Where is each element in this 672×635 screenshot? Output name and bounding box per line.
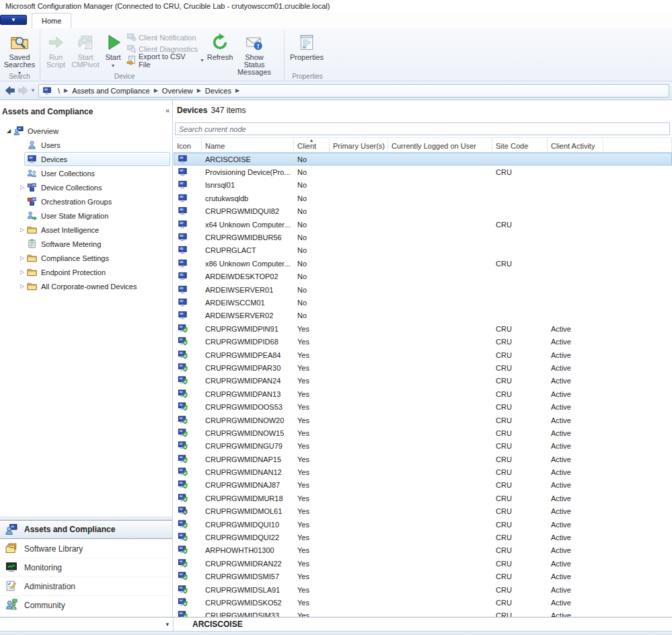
- table-row[interactable]: Provisioning Device(Pro...NoCRU: [174, 165, 672, 178]
- tree-expander-icon[interactable]: ◢: [4, 128, 13, 134]
- tree-expander-icon[interactable]: ▷: [17, 227, 27, 233]
- table-row[interactable]: CRUPRGWMIDSIM33YesCRUActive: [174, 609, 672, 617]
- sidebar-item-user-state-migration[interactable]: User State Migration: [0, 209, 172, 223]
- column-header-icon[interactable]: Icon: [174, 138, 202, 152]
- column-header-client-activity[interactable]: Client Activity: [548, 138, 603, 152]
- workspace-assets-and-compliance[interactable]: Assets and Compliance: [0, 520, 172, 539]
- table-row[interactable]: ARCISCOISENo: [174, 153, 672, 165]
- column-header-currently-logged-on-user[interactable]: Currently Logged on User: [388, 138, 492, 152]
- run-script-button[interactable]: Run Script: [42, 30, 69, 71]
- table-row[interactable]: CRUPRGWMIDPID68YesCRUActive: [174, 335, 672, 348]
- workspace-administration[interactable]: Administration: [0, 576, 172, 595]
- start-cmpivot-button[interactable]: Start CMPivot: [69, 30, 102, 71]
- table-row[interactable]: CRUPRGWMIDPAR30YesCRUActive: [174, 361, 672, 374]
- breadcrumb-item-assets-and-compliance[interactable]: Assets and Compliance: [69, 87, 153, 95]
- table-row[interactable]: CRUPRGWMIDMUR18YesCRUActive: [174, 492, 672, 505]
- show-status-messages-button[interactable]: Show Status Messages: [233, 30, 275, 78]
- table-row[interactable]: CRUPRGWMIDNOW15YesCRUActive: [174, 426, 672, 439]
- cell-primary-user: [330, 414, 388, 426]
- sidebar-item-overview[interactable]: ◢Overview: [0, 124, 172, 138]
- cell-client-activity: Active: [548, 609, 603, 617]
- search-input[interactable]: [175, 122, 670, 135]
- table-row[interactable]: ARPHOWHTH01300YesCRUActive: [174, 544, 672, 557]
- table-row[interactable]: CRUPRGWMIDPAN13YesCRUActive: [174, 387, 672, 400]
- table-row[interactable]: CRUPRGWMIDNOW20YesCRUActive: [174, 414, 672, 426]
- table-row[interactable]: CRUPRGWMIDNGU79YesCRUActive: [174, 440, 672, 453]
- table-row[interactable]: ARDEIWSERVER01No: [174, 283, 672, 296]
- show-status-messages-label: Show Status Messages: [235, 54, 274, 76]
- table-row[interactable]: CRUPRGWMIDNAJ87YesCRUActive: [174, 479, 672, 492]
- properties-button[interactable]: Properties: [288, 30, 326, 63]
- table-row[interactable]: CRUPRGWMIDNAP15YesCRUActive: [174, 453, 672, 465]
- back-button[interactable]: [3, 84, 16, 98]
- cell-name: ARCISCOISE: [202, 153, 294, 165]
- table-row[interactable]: CRUPRGWMIDSLA91YesCRUActive: [174, 583, 672, 596]
- breadcrumb-root[interactable]: \: [55, 87, 63, 95]
- sidebar-item-compliance-settings[interactable]: ▷Compliance Settings: [0, 251, 172, 265]
- cell-site-code: CRU: [492, 165, 548, 178]
- sidebar-item-devices[interactable]: Devices: [0, 152, 172, 166]
- cell-primary-user: [330, 309, 388, 322]
- sidebar-item-all-corporate-owned-devices[interactable]: ▷All Corporate-owned Devices: [0, 279, 172, 293]
- workspace-monitoring[interactable]: Monitoring: [0, 558, 172, 576]
- table-row[interactable]: crutukwsqldbNo: [174, 192, 672, 204]
- forward-button[interactable]: [16, 84, 30, 98]
- column-header-site-code[interactable]: Site Code: [492, 138, 548, 152]
- table-row[interactable]: x64 Unknown Computer...NoCRU: [174, 218, 672, 231]
- workspace-software-library[interactable]: Software Library: [0, 539, 172, 558]
- cell-name: ARDEIWSERVER02: [202, 309, 294, 322]
- workspace-community[interactable]: Community: [0, 595, 172, 614]
- tree-expander-icon[interactable]: ▷: [17, 255, 27, 261]
- table-row[interactable]: ARDEIWSCCM01No: [174, 296, 672, 309]
- cell-primary-user: [330, 426, 388, 439]
- table-row[interactable]: ARDEIWSERVER02No: [174, 309, 672, 322]
- table-row[interactable]: CRUPRGLACTNo: [174, 244, 672, 257]
- sidebar-item-users[interactable]: Users: [0, 138, 172, 152]
- sidebar-item-asset-intelligence[interactable]: ▷Asset Intelligence: [0, 223, 172, 237]
- sidebar-item-orchestration-groups[interactable]: Orchestration Groups: [0, 194, 172, 209]
- table-row[interactable]: CRUPRGWMIDNAN12YesCRUActive: [174, 465, 672, 478]
- table-row[interactable]: CRUPRGWMIDPEA84YesCRUActive: [174, 348, 672, 361]
- column-header-name[interactable]: Name: [202, 138, 294, 152]
- breadcrumb[interactable]: \ ▶ Assets and Compliance▶Overview▶Devic…: [38, 84, 669, 98]
- device-ok-icon: [178, 415, 188, 426]
- tree-expander-icon[interactable]: ▷: [17, 184, 27, 190]
- breadcrumb-item-devices[interactable]: Devices: [202, 87, 234, 95]
- table-row[interactable]: CRUPRGWMIDOOS53YesCRUActive: [174, 400, 672, 413]
- tree-expander-icon[interactable]: ▷: [17, 283, 27, 289]
- tab-home[interactable]: Home: [32, 13, 71, 28]
- column-header-client[interactable]: ▲Client: [294, 138, 330, 152]
- sidebar-item-user-collections[interactable]: User Collections: [0, 166, 172, 180]
- breadcrumb-item-overview[interactable]: Overview: [159, 87, 196, 95]
- saved-searches-button[interactable]: Saved Searches ▼: [1, 30, 38, 79]
- table-row[interactable]: ARDEIWDESKTOP02No: [174, 270, 672, 283]
- sidebar-item-device-collections[interactable]: ▷Device Collections: [0, 180, 172, 194]
- sidebar-item-software-metering[interactable]: Software Metering: [0, 237, 172, 251]
- table-row[interactable]: CRUPRGWMIDPAN24YesCRUActive: [174, 375, 672, 387]
- table-row[interactable]: CRUPRGWMIDRAN22YesCRUActive: [174, 557, 672, 570]
- table-row[interactable]: CRUPRGWMIDQUI10YesCRUActive: [174, 518, 672, 531]
- table-row[interactable]: CRUPRGWMIDBUR56No: [174, 231, 672, 244]
- table-row[interactable]: CRUPRGWMIDPIN91YesCRUActive: [174, 322, 672, 335]
- nav-history-dropdown[interactable]: ▼: [30, 87, 36, 94]
- cell-logged-on-user: [388, 375, 492, 387]
- table-row[interactable]: CRUPRGWMIDSKO52YesCRUActive: [174, 596, 672, 609]
- cell-name: CRUPRGWMIDPEA84: [202, 348, 294, 361]
- table-row[interactable]: lsnrsql01No: [174, 179, 672, 192]
- table-row[interactable]: x86 Unknown Computer...NoCRU: [174, 257, 672, 270]
- app-menu-button[interactable]: ▼: [0, 15, 27, 25]
- refresh-button[interactable]: Refresh: [207, 30, 233, 63]
- cell-name: CRUPRGWMIDBUR56: [202, 231, 294, 244]
- table-row[interactable]: CRUPRGWMIDMOL61YesCRUActive: [174, 505, 672, 518]
- export-csv-button[interactable]: Export to CSV File ▼: [124, 54, 207, 66]
- client-notification-button[interactable]: Client Notification: [124, 32, 207, 43]
- collapse-sidebar-button[interactable]: «: [165, 106, 170, 114]
- table-row[interactable]: CRUPRGWMIDSMI57YesCRUActive: [174, 570, 672, 583]
- tree-expander-icon[interactable]: ▷: [17, 269, 27, 275]
- sidebar-item-endpoint-protection[interactable]: ▷Endpoint Protection: [0, 265, 172, 279]
- start-button[interactable]: Start▼: [102, 30, 124, 71]
- column-header-primary-user-s[interactable]: Primary User(s): [330, 138, 388, 152]
- table-row[interactable]: CRUPRGWMIDQUI22YesCRUActive: [174, 531, 672, 544]
- workspace-config-chevron[interactable]: ▾: [0, 618, 174, 631]
- table-row[interactable]: CRUPRGWMIDQUI82No: [174, 205, 672, 218]
